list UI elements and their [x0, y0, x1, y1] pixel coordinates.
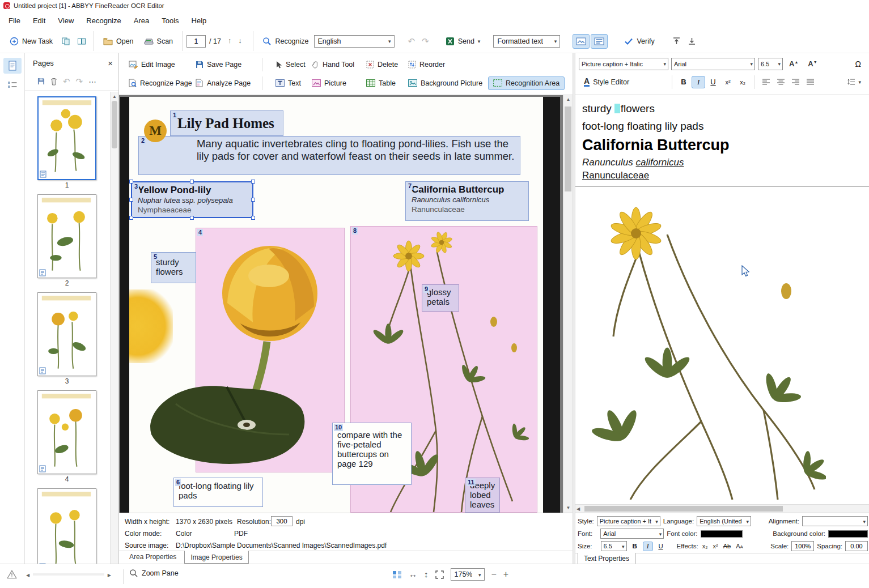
text-area-compare-note[interactable]: 10 compare with the five-petaled butterc…: [332, 423, 412, 485]
hand-tool-button[interactable]: Hand Tool: [307, 58, 359, 71]
resize-handle[interactable]: [251, 216, 255, 220]
tab-image-properties[interactable]: Image Properties: [184, 551, 248, 564]
text-area-foot-long-pads[interactable]: 6 foot-long floating lily pads: [173, 478, 263, 507]
thumbnail-image[interactable]: [37, 488, 96, 572]
thumbnails-layout-icon[interactable]: [392, 570, 402, 579]
decrease-font-size-button[interactable]: A▼: [804, 57, 820, 71]
underline-button[interactable]: U: [656, 542, 666, 551]
fit-height-button[interactable]: [424, 570, 429, 579]
scale-input[interactable]: [791, 541, 814, 551]
font-color-swatch[interactable]: [701, 530, 743, 538]
recognize-page-button[interactable]: Recognize Page: [124, 76, 197, 90]
page-thumbnail-3[interactable]: 3: [37, 292, 96, 385]
tab-area-properties[interactable]: Area Properties: [124, 551, 182, 563]
image-pane-toggle[interactable]: [573, 34, 590, 49]
picture-area-tool-button[interactable]: Picture: [307, 76, 351, 90]
scan-button[interactable]: Scan: [139, 35, 179, 48]
scroll-up-icon[interactable]: [112, 92, 117, 101]
ocr-text-pane[interactable]: sturdyflowers foot-long floating lily pa…: [575, 95, 869, 513]
text-area-buttercup-caption[interactable]: 7 California Buttercup Ranunculus califo…: [405, 181, 529, 221]
resize-handle[interactable]: [251, 198, 255, 202]
pages-vertical-scrollbar[interactable]: [110, 92, 118, 572]
bold-button[interactable]: B: [630, 542, 640, 551]
line-spacing-button[interactable]: [844, 75, 864, 88]
send-button[interactable]: Send: [440, 34, 486, 49]
scrollbar-track[interactable]: [33, 573, 104, 576]
text-area-paragraph[interactable]: 2 Many aquatic invertebrates cling to fl…: [138, 136, 520, 175]
undo-button[interactable]: [405, 34, 419, 49]
font-size-select[interactable]: 6.5: [758, 58, 783, 70]
resize-handle[interactable]: [190, 180, 194, 184]
menu-recognize[interactable]: Recognize: [80, 14, 127, 28]
style-select[interactable]: Picture caption + It: [597, 516, 660, 526]
text-pane-toggle[interactable]: [591, 34, 608, 49]
resize-handle[interactable]: [129, 198, 133, 202]
text-area-glossy-petals[interactable]: 9 glossy petals: [422, 284, 459, 312]
next-page-button[interactable]: [235, 35, 245, 48]
tab-text-properties[interactable]: Text Properties: [578, 553, 635, 564]
redo-button[interactable]: [418, 34, 433, 49]
more-options-button[interactable]: [88, 78, 96, 86]
recognize-button[interactable]: Recognize: [257, 34, 313, 49]
export-format-select[interactable]: Formatted text: [493, 35, 560, 48]
superscript-effect-button[interactable]: x²: [712, 543, 719, 549]
superscript-button[interactable]: x²: [721, 76, 735, 88]
small-caps-effect-button[interactable]: Aa: [735, 543, 744, 549]
pages-panel-scrollbar[interactable]: [26, 571, 111, 578]
thumbnail-image[interactable]: [37, 390, 96, 474]
zoom-out-button[interactable]: [491, 570, 497, 579]
analyze-page-button[interactable]: Analyze Page: [190, 76, 256, 90]
align-left-button[interactable]: [759, 76, 773, 88]
page-thumbnail-4[interactable]: 4: [37, 390, 96, 483]
page-number-input[interactable]: [186, 35, 206, 48]
pages-overlap-button[interactable]: [58, 34, 74, 49]
save-pages-button[interactable]: [37, 78, 45, 85]
menu-view[interactable]: View: [52, 14, 80, 28]
font-family-select[interactable]: Arial: [671, 58, 755, 70]
text-pane-horizontal-scrollbar[interactable]: [575, 504, 869, 513]
document-image-pane[interactable]: 4 8: [119, 95, 573, 513]
italic-button[interactable]: I: [692, 76, 705, 88]
zoom-in-button[interactable]: [503, 570, 508, 579]
menu-file[interactable]: File: [2, 14, 27, 28]
background-color-swatch[interactable]: [828, 530, 868, 538]
resize-handle[interactable]: [251, 180, 255, 184]
align-center-button[interactable]: [774, 76, 787, 88]
open-button[interactable]: Open: [98, 35, 139, 48]
increase-font-size-button[interactable]: A▲: [786, 57, 802, 71]
verify-button[interactable]: Verify: [619, 35, 659, 48]
new-task-button[interactable]: New Task: [5, 34, 58, 49]
ocr-latin-name[interactable]: Ranunculus californicus: [582, 156, 869, 169]
document-vertical-scrollbar[interactable]: [563, 95, 573, 513]
text-area-deeply-lobed[interactable]: 11 deeply lobed leaves: [465, 478, 500, 513]
align-right-button[interactable]: [789, 76, 802, 88]
scroll-left-icon[interactable]: [26, 571, 29, 578]
resize-handle[interactable]: [190, 216, 194, 220]
ocr-family-name[interactable]: Ranunculaceae: [582, 169, 869, 182]
scrollbar-thumb[interactable]: [584, 506, 783, 512]
text-area-tool-button[interactable]: Text: [270, 76, 306, 90]
select-tool-button[interactable]: Select: [270, 58, 311, 71]
subscript-effect-button[interactable]: x₂: [701, 543, 709, 549]
background-picture-tool-button[interactable]: Background Picture: [403, 76, 488, 90]
ocr-heading[interactable]: California Buttercup: [582, 135, 869, 156]
menu-tools[interactable]: Tools: [155, 14, 185, 28]
bold-button[interactable]: B: [677, 76, 690, 88]
text-area-title[interactable]: 1 Lily Pad Homes: [170, 110, 283, 136]
redo-icon[interactable]: [76, 77, 83, 86]
page-thumbnail-5[interactable]: 5: [37, 488, 96, 572]
resize-handle[interactable]: [129, 180, 133, 184]
previous-page-button[interactable]: [224, 35, 235, 48]
fit-width-button[interactable]: [409, 570, 417, 579]
page-thumbnail-1[interactable]: 1: [37, 96, 96, 189]
delete-page-button[interactable]: [50, 78, 57, 86]
pages-panel-toggle[interactable]: [3, 58, 22, 74]
statusbar-warning[interactable]: [7, 570, 17, 579]
thumbnail-image[interactable]: [37, 292, 96, 376]
menu-help[interactable]: Help: [185, 14, 213, 28]
underline-button[interactable]: U: [706, 76, 720, 88]
justify-button[interactable]: [803, 76, 817, 88]
scroll-right-icon[interactable]: [108, 571, 111, 578]
resize-handle[interactable]: [129, 216, 133, 220]
text-area-pond-lily-caption[interactable]: 3 Yellow Pond-lily Nuphar lutea ssp. pol…: [131, 181, 253, 218]
